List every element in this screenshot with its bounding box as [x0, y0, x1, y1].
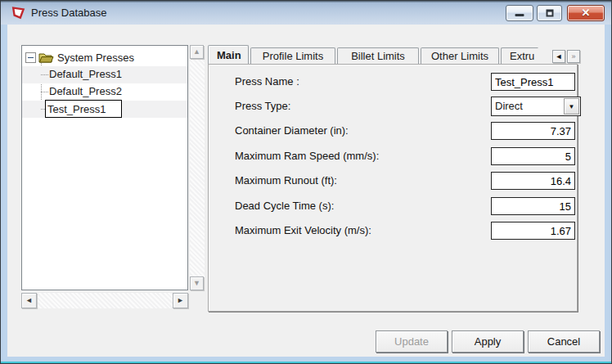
tab-billet-limits[interactable]: Billet Limits	[337, 47, 419, 64]
update-button[interactable]: Update	[376, 330, 448, 353]
main-tab-page: Press Name : Press Type: Direct ▼ Contai…	[208, 64, 578, 312]
cancel-button[interactable]: Cancel	[528, 330, 600, 353]
tree-item-system-presses[interactable]: System Presses	[22, 49, 187, 66]
app-logo-icon	[11, 6, 25, 20]
tree-item-label: Default_Press1	[49, 68, 122, 80]
apply-button[interactable]: Apply	[452, 330, 524, 353]
chevron-down-icon[interactable]: ▼	[564, 98, 579, 115]
maximize-icon	[546, 10, 553, 17]
client-area: System Presses Default_Press1 Default_Pr…	[7, 25, 605, 357]
form-row-press-name: Press Name :	[209, 73, 577, 91]
form-row-dead-cycle-time: Dead Cycle Time (s):	[209, 197, 577, 215]
tree-stub-line	[41, 74, 49, 75]
tree-item-default-press2[interactable]: Default_Press2	[22, 83, 187, 101]
scroll-down-icon[interactable]: ▼	[190, 276, 204, 290]
press-tree[interactable]: System Presses Default_Press1 Default_Pr…	[21, 45, 188, 290]
tree-vertical-scrollbar[interactable]: ▲ ▼	[190, 45, 205, 290]
tree-stub-line	[41, 92, 49, 92]
container-diameter-input[interactable]	[491, 122, 575, 140]
tab-scroll-right-icon[interactable]: »	[567, 50, 580, 63]
max-ram-speed-input[interactable]	[491, 147, 575, 165]
dead-cycle-time-label: Dead Cycle Time (s):	[235, 197, 334, 215]
press-type-value: Direct	[495, 100, 523, 112]
tab-scroll-left-icon[interactable]: ◄	[552, 50, 565, 63]
form-row-press-type: Press Type: Direct ▼	[209, 97, 577, 116]
max-exit-velocity-input[interactable]	[491, 222, 575, 240]
minimize-icon	[515, 14, 524, 16]
max-runout-input[interactable]	[491, 172, 575, 190]
tab-other-limits[interactable]: Other Limits	[421, 47, 499, 64]
collapse-icon[interactable]	[25, 52, 36, 63]
tab-extrusion[interactable]: Extru	[501, 47, 542, 64]
close-button[interactable]: ✕	[567, 5, 605, 21]
press-type-label: Press Type:	[235, 97, 290, 116]
press-name-label: Press Name :	[235, 73, 299, 91]
tree-root-label: System Presses	[57, 52, 134, 64]
maximize-button[interactable]	[537, 5, 562, 21]
press-database-dialog: Press Database ✕ System Presses Default_…	[0, 0, 612, 364]
tree-item-test-press1[interactable]: Test_Press1	[22, 101, 187, 118]
minimize-button[interactable]	[506, 5, 533, 21]
tree-item-label: Default_Press2	[49, 85, 122, 97]
form-row-max-ram-speed: Maximum Ram Speed (mm/s):	[209, 147, 577, 165]
max-runout-label: Maximum Runout (ft):	[235, 172, 337, 190]
max-exit-velocity-label: Maximum Exit Velocity (m/s):	[235, 222, 371, 240]
max-ram-speed-label: Maximum Ram Speed (mm/s):	[235, 147, 379, 165]
close-icon: ✕	[568, 7, 604, 19]
window-title: Press Database	[31, 7, 107, 19]
folder-open-icon	[38, 52, 54, 64]
press-name-input[interactable]	[491, 73, 575, 91]
form-row-container-diameter: Container Diameter (in):	[209, 122, 577, 140]
scroll-left-icon[interactable]: ◄	[21, 293, 37, 308]
tree-horizontal-scrollbar[interactable]: ◄ ►	[21, 293, 188, 308]
tab-strip: Main Profile Limits Billet Limits Other …	[208, 45, 542, 64]
form-row-max-runout: Maximum Runout (ft):	[209, 172, 577, 190]
container-diameter-label: Container Diameter (in):	[235, 122, 349, 140]
tab-profile-limits[interactable]: Profile Limits	[250, 47, 335, 64]
press-type-dropdown[interactable]: Direct ▼	[491, 97, 581, 116]
tree-item-rename-input[interactable]: Test_Press1	[45, 100, 122, 118]
tab-main[interactable]: Main	[208, 45, 249, 64]
scroll-right-icon[interactable]: ►	[173, 293, 188, 308]
scroll-up-icon[interactable]: ▲	[190, 45, 204, 59]
dead-cycle-time-input[interactable]	[491, 197, 575, 215]
tree-item-default-press1[interactable]: Default_Press1	[22, 66, 187, 83]
form-row-max-exit-velocity: Maximum Exit Velocity (m/s):	[209, 222, 577, 240]
